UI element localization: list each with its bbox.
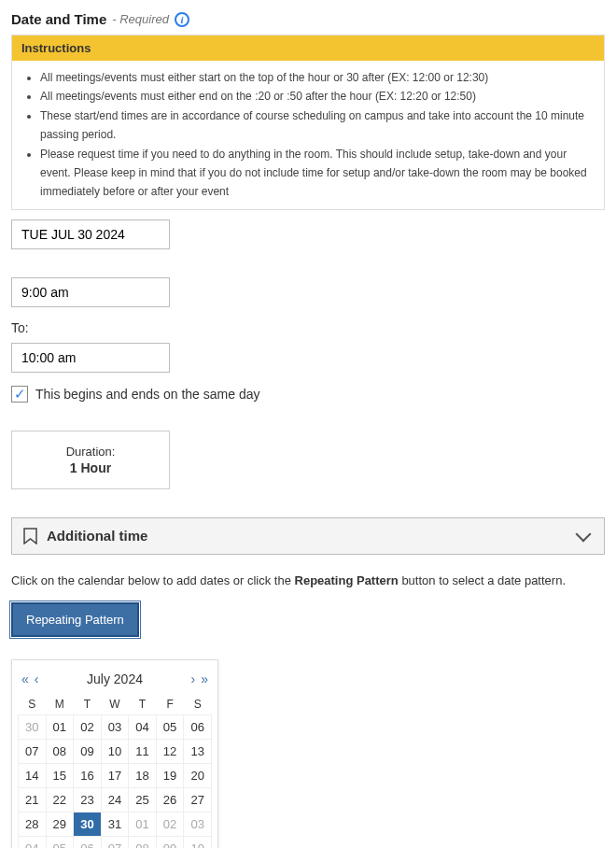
calendar-dow: W — [101, 694, 129, 715]
calendar-day[interactable]: 24 — [101, 787, 129, 812]
calendar-dow: F — [156, 694, 184, 715]
bookmark-icon — [23, 528, 37, 544]
calendar-day[interactable]: 12 — [156, 739, 184, 763]
calendar-dow: T — [129, 694, 157, 715]
additional-time-toggle[interactable]: Additional time — [11, 517, 605, 555]
end-time-input[interactable] — [11, 343, 170, 373]
calendar-day[interactable]: 29 — [46, 812, 74, 836]
calendar-day[interactable]: 05 — [46, 836, 74, 848]
calendar-day[interactable]: 18 — [129, 763, 157, 787]
calendar-prev-year-icon[interactable]: « — [21, 671, 29, 686]
calendar-day[interactable]: 01 — [129, 812, 157, 836]
instruction-item: All meetings/events must either start on… — [40, 68, 593, 87]
instructions-box: Instructions All meetings/events must ei… — [11, 35, 605, 210]
calendar-next-month-icon[interactable]: › — [191, 671, 196, 686]
chevron-down-icon — [576, 526, 592, 542]
calendar-day[interactable]: 02 — [156, 812, 184, 836]
calendar-day[interactable]: 13 — [184, 739, 212, 763]
calendar-day[interactable]: 01 — [46, 714, 74, 739]
calendar-day[interactable]: 16 — [74, 763, 102, 787]
calendar-day[interactable]: 06 — [74, 836, 102, 848]
additional-time-label: Additional time — [47, 528, 147, 544]
same-day-row: ✓ This begins and ends on the same day — [11, 386, 605, 403]
calendar-day[interactable]: 30 — [74, 812, 102, 836]
calendar-dow: S — [184, 694, 212, 715]
instruction-item: Please request time if you need to do an… — [40, 145, 593, 202]
calendar-day[interactable]: 07 — [19, 739, 47, 763]
calendar-day[interactable]: 04 — [19, 836, 47, 848]
calendar-hint: Click on the calendar below to add dates… — [11, 573, 605, 587]
calendar-day[interactable]: 31 — [101, 812, 129, 836]
to-label: To: — [11, 320, 605, 335]
calendar-day[interactable]: 21 — [19, 787, 47, 812]
same-day-checkbox[interactable]: ✓ — [11, 386, 28, 403]
calendar-day[interactable]: 09 — [156, 836, 184, 848]
calendar: « ‹ July 2024 › » SMTWTFS 30010203040506… — [11, 659, 218, 848]
required-label: - Required — [112, 12, 169, 26]
calendar-day[interactable]: 03 — [101, 714, 129, 739]
calendar-day[interactable]: 20 — [184, 763, 212, 787]
calendar-day[interactable]: 04 — [129, 714, 157, 739]
instructions-header: Instructions — [12, 35, 604, 61]
calendar-day[interactable]: 10 — [101, 739, 129, 763]
calendar-day[interactable]: 08 — [129, 836, 157, 848]
calendar-day[interactable]: 03 — [184, 812, 212, 836]
instruction-item: All meetings/events must either end on t… — [40, 87, 593, 106]
calendar-day[interactable]: 30 — [19, 714, 47, 739]
calendar-day[interactable]: 08 — [46, 739, 74, 763]
calendar-day[interactable]: 06 — [184, 714, 212, 739]
calendar-day[interactable]: 19 — [156, 763, 184, 787]
calendar-day[interactable]: 25 — [129, 787, 157, 812]
calendar-day[interactable]: 11 — [129, 739, 157, 763]
calendar-day[interactable]: 22 — [46, 787, 74, 812]
calendar-day[interactable]: 14 — [19, 763, 47, 787]
instruction-item: These start/end times are in accordance … — [40, 106, 593, 145]
calendar-next-year-icon[interactable]: » — [201, 671, 208, 686]
calendar-dow: T — [74, 694, 102, 715]
info-icon[interactable]: i — [175, 12, 189, 27]
start-time-input[interactable] — [11, 277, 170, 307]
calendar-day[interactable]: 09 — [74, 739, 102, 763]
instructions-body: All meetings/events must either start on… — [12, 61, 604, 209]
calendar-prev-month-icon[interactable]: ‹ — [35, 671, 39, 686]
duration-value: 1 Hour — [12, 460, 169, 475]
same-day-label: This begins and ends on the same day — [35, 387, 260, 402]
calendar-day[interactable]: 26 — [156, 787, 184, 812]
date-input[interactable] — [11, 219, 170, 249]
calendar-day[interactable]: 15 — [46, 763, 74, 787]
calendar-day[interactable]: 27 — [184, 787, 212, 812]
calendar-dow: M — [46, 694, 74, 715]
calendar-dow: S — [19, 694, 47, 715]
calendar-title: July 2024 — [87, 671, 143, 686]
calendar-day[interactable]: 28 — [19, 812, 47, 836]
duration-box: Duration: 1 Hour — [11, 431, 170, 489]
duration-label: Duration: — [12, 445, 169, 459]
calendar-day[interactable]: 07 — [101, 836, 129, 848]
section-header: Date and Time - Required i — [11, 11, 605, 27]
calendar-day[interactable]: 23 — [74, 787, 102, 812]
calendar-day[interactable]: 10 — [184, 836, 212, 848]
calendar-day[interactable]: 17 — [101, 763, 129, 787]
repeating-pattern-button[interactable]: Repeating Pattern — [11, 602, 139, 637]
calendar-day[interactable]: 05 — [156, 714, 184, 739]
section-title: Date and Time — [11, 11, 106, 27]
calendar-grid: SMTWTFS 30010203040506070809101112131415… — [18, 694, 212, 848]
calendar-day[interactable]: 02 — [74, 714, 102, 739]
